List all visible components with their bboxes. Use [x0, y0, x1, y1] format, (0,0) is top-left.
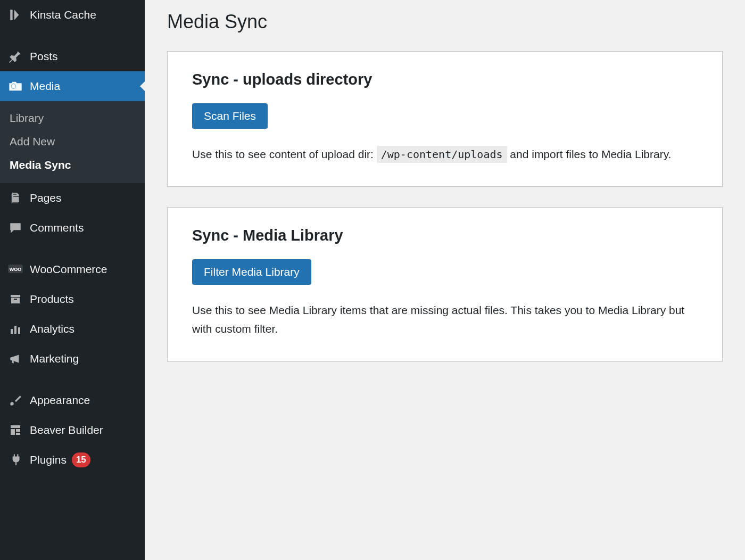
sidebar-item-plugins[interactable]: Plugins 15 [0, 445, 145, 475]
kinsta-icon [7, 7, 23, 23]
megaphone-icon [7, 351, 23, 367]
archive-icon [7, 291, 23, 307]
card-description: Use this to see content of upload dir: /… [192, 145, 698, 164]
page-title: Media Sync [167, 11, 723, 33]
pin-icon [7, 48, 23, 64]
svg-rect-9 [14, 326, 16, 334]
plugins-update-badge: 15 [72, 452, 90, 467]
sidebar-item-media[interactable]: Media [0, 71, 145, 101]
sidebar-item-label: Posts [30, 50, 58, 63]
media-submenu: Library Add New Media Sync [0, 101, 145, 183]
card-uploads-directory: Sync - uploads directory Scan Files Use … [167, 51, 723, 187]
camera-icon [7, 78, 23, 94]
svg-rect-10 [18, 327, 20, 334]
sidebar-item-label: Plugins [30, 454, 67, 466]
svg-text:WOO: WOO [10, 267, 22, 272]
upload-path-code: /wp-content/uploads [377, 146, 507, 163]
card-media-library: Sync - Media Library Filter Media Librar… [167, 207, 723, 361]
svg-rect-6 [11, 298, 20, 303]
sidebar-item-label: Pages [30, 192, 62, 204]
sidebar-item-label: WooCommerce [30, 263, 107, 276]
sidebar-item-analytics[interactable]: Analytics [0, 314, 145, 344]
sidebar-item-beaver-builder[interactable]: Beaver Builder [0, 415, 145, 445]
svg-rect-8 [11, 329, 13, 334]
submenu-add-new[interactable]: Add New [0, 130, 145, 153]
comment-icon [7, 220, 23, 236]
card-heading: Sync - uploads directory [192, 71, 698, 88]
sidebar-item-posts[interactable]: Posts [0, 42, 145, 71]
filter-media-library-button[interactable]: Filter Media Library [192, 259, 311, 285]
svg-rect-13 [16, 429, 20, 432]
brush-icon [7, 392, 23, 408]
admin-sidebar: Kinsta Cache Posts Media Library Add New… [0, 0, 145, 560]
svg-point-1 [19, 84, 20, 86]
bars-icon [7, 321, 23, 337]
sidebar-item-woocommerce[interactable]: WOO WooCommerce [0, 254, 145, 284]
scan-files-button[interactable]: Scan Files [192, 103, 268, 129]
submenu-library[interactable]: Library [0, 106, 145, 130]
svg-point-0 [11, 84, 15, 88]
sidebar-item-label: Media [30, 80, 60, 93]
card-heading: Sync - Media Library [192, 227, 698, 244]
sidebar-item-label: Analytics [30, 323, 74, 335]
sidebar-item-products[interactable]: Products [0, 284, 145, 314]
plug-icon [7, 452, 23, 468]
sidebar-item-label: Kinsta Cache [30, 9, 96, 21]
svg-rect-12 [11, 429, 15, 435]
grid-icon [7, 422, 23, 438]
card-description: Use this to see Media Library items that… [192, 301, 698, 339]
svg-rect-7 [14, 299, 17, 300]
svg-rect-2 [11, 194, 18, 203]
sidebar-item-label: Marketing [30, 352, 79, 365]
woocommerce-icon: WOO [7, 261, 23, 277]
sidebar-item-pages[interactable]: Pages [0, 183, 145, 213]
svg-rect-5 [11, 295, 20, 297]
svg-rect-11 [11, 425, 20, 428]
sidebar-item-label: Comments [30, 221, 84, 234]
submenu-media-sync[interactable]: Media Sync [0, 153, 145, 177]
sidebar-item-label: Products [30, 293, 74, 306]
sidebar-item-label: Beaver Builder [30, 424, 103, 437]
svg-rect-14 [16, 433, 20, 435]
main-content: Media Sync Sync - uploads directory Scan… [145, 0, 745, 560]
sidebar-item-kinsta-cache[interactable]: Kinsta Cache [0, 0, 145, 30]
sidebar-item-appearance[interactable]: Appearance [0, 385, 145, 415]
pages-icon [7, 190, 23, 206]
sidebar-item-marketing[interactable]: Marketing [0, 344, 145, 374]
sidebar-item-label: Appearance [30, 394, 90, 407]
sidebar-item-comments[interactable]: Comments [0, 213, 145, 243]
